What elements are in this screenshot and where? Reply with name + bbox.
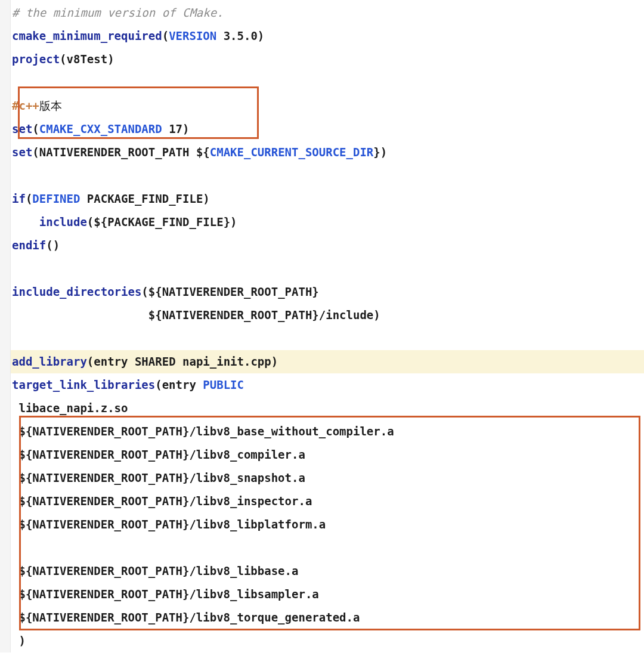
cmake-arg: DEFINED <box>32 192 80 205</box>
code-text: ${NATIVERENDER_ROOT_PATH}/libv8_torque_g… <box>12 611 360 624</box>
code-line: ${NATIVERENDER_ROOT_PATH}/libv8_snapshot… <box>11 466 644 490</box>
paren: ( <box>26 192 32 205</box>
blank-line <box>11 327 644 350</box>
code-text: ${NATIVERENDER_ROOT_PATH}/libv8_libbase.… <box>12 564 298 577</box>
code-line: endif() <box>11 234 644 257</box>
code-text: ${NATIVERENDER_ROOT_PATH}/libv8_inspecto… <box>12 494 312 508</box>
cmake-keyword: include <box>39 215 87 228</box>
code-line: ${NATIVERENDER_ROOT_PATH}/include) <box>11 304 644 327</box>
paren: ) <box>380 146 387 159</box>
comment-text: # the minimum version of CMake. <box>12 6 224 19</box>
code-line: target_link_libraries(entry PUBLIC <box>11 373 644 397</box>
blank-line <box>11 536 644 559</box>
paren: ) <box>182 122 189 135</box>
code-text: ) <box>12 634 26 647</box>
code-line: # the minimum version of CMake. <box>11 1 644 24</box>
code-line: ${NATIVERENDER_ROOT_PATH}/libv8_libsampl… <box>11 583 644 606</box>
blank-line <box>11 71 644 94</box>
code-text: ${NATIVERENDER_ROOT_PATH} <box>148 285 319 298</box>
paren: () <box>46 239 60 252</box>
code-text: } <box>373 146 380 159</box>
cmake-arg: CMAKE_CXX_STANDARD <box>39 122 162 135</box>
code-line: ) <box>11 629 644 653</box>
code-text: ${PACKAGE_FIND_FILE} <box>94 215 230 228</box>
code-text: ${NATIVERENDER_ROOT_PATH}/libv8_libplatf… <box>12 518 326 531</box>
cmake-keyword: target_link_libraries <box>12 378 155 391</box>
code-text: PACKAGE_FIND_FILE <box>80 192 203 205</box>
cmake-keyword: set <box>12 122 32 135</box>
code-text: libace_napi.z.so <box>12 401 128 415</box>
code-text: 3.5.0 <box>216 29 258 42</box>
indent <box>12 215 39 228</box>
code-line: ${NATIVERENDER_ROOT_PATH}/libv8_libplatf… <box>11 513 644 536</box>
paren: ( <box>141 285 148 298</box>
code-line: include_directories(${NATIVERENDER_ROOT_… <box>11 280 644 304</box>
code-line: #c++版本 <box>11 94 644 117</box>
code-text: ${NATIVERENDER_ROOT_PATH}/include <box>148 308 374 321</box>
code-line: include(${PACKAGE_FIND_FILE}) <box>11 211 644 234</box>
cmake-keyword: if <box>12 192 26 205</box>
code-line: set(NATIVERENDER_ROOT_PATH ${CMAKE_CURRE… <box>11 141 644 164</box>
paren: ( <box>87 355 94 368</box>
paren: ( <box>32 122 39 135</box>
code-line: ${NATIVERENDER_ROOT_PATH}/libv8_inspecto… <box>11 490 644 513</box>
code-line: ${NATIVERENDER_ROOT_PATH}/libv8_compiler… <box>11 443 644 466</box>
code-editor: # the minimum version of CMake. cmake_mi… <box>11 0 644 653</box>
code-text: v8Test <box>67 52 108 66</box>
code-text: NATIVERENDER_ROOT_PATH ${ <box>39 146 210 159</box>
code-text: 17 <box>162 122 182 135</box>
paren: ) <box>258 29 264 42</box>
code-text: ${NATIVERENDER_ROOT_PATH}/libv8_snapshot… <box>12 471 305 484</box>
cmake-keyword: include_directories <box>12 285 141 298</box>
comment-text: #c++ <box>12 99 39 112</box>
paren: ( <box>87 215 94 228</box>
code-line: if(DEFINED PACKAGE_FIND_FILE) <box>11 187 644 211</box>
cmake-keyword: cmake_minimum_required <box>12 29 162 42</box>
paren: ) <box>271 355 278 368</box>
paren: ( <box>155 378 162 391</box>
comment-tail: 版本 <box>39 99 62 112</box>
code-line: ${NATIVERENDER_ROOT_PATH}/libv8_torque_g… <box>11 606 644 629</box>
indent <box>12 308 148 321</box>
paren: ) <box>373 308 380 321</box>
code-line: ${NATIVERENDER_ROOT_PATH}/libv8_base_wit… <box>11 420 644 443</box>
code-line: ${NATIVERENDER_ROOT_PATH}/libv8_libbase.… <box>11 559 644 583</box>
cmake-arg: CMAKE_CURRENT_SOURCE_DIR <box>210 146 374 159</box>
cmake-keyword: endif <box>12 239 46 252</box>
paren: ) <box>107 52 114 66</box>
editor-gutter <box>0 0 11 653</box>
code-text: ${NATIVERENDER_ROOT_PATH}/libv8_compiler… <box>12 448 305 461</box>
code-line: set(CMAKE_CXX_STANDARD 17) <box>11 117 644 141</box>
code-text: ${NATIVERENDER_ROOT_PATH}/libv8_base_wit… <box>12 425 394 438</box>
blank-line <box>11 257 644 280</box>
cmake-keyword: set <box>12 146 32 159</box>
code-text: entry SHARED napi_init.cpp <box>94 355 271 368</box>
code-text: ${NATIVERENDER_ROOT_PATH}/libv8_libsampl… <box>12 587 319 601</box>
cmake-keyword: project <box>12 52 60 66</box>
paren: ( <box>60 52 66 66</box>
code-text: entry <box>162 378 203 391</box>
paren: ( <box>32 146 39 159</box>
paren: ) <box>230 215 237 228</box>
cmake-arg: PUBLIC <box>203 378 244 391</box>
code-line-highlighted: add_library(entry SHARED napi_init.cpp) <box>11 350 644 373</box>
code-line: cmake_minimum_required(VERSION 3.5.0) <box>11 24 644 48</box>
paren: ( <box>162 29 169 42</box>
code-line: project(v8Test) <box>11 48 644 71</box>
cmake-keyword: add_library <box>12 355 87 368</box>
paren: ) <box>203 192 209 205</box>
code-line: libace_napi.z.so <box>11 397 644 420</box>
blank-line <box>11 164 644 187</box>
cmake-arg: VERSION <box>169 29 216 42</box>
